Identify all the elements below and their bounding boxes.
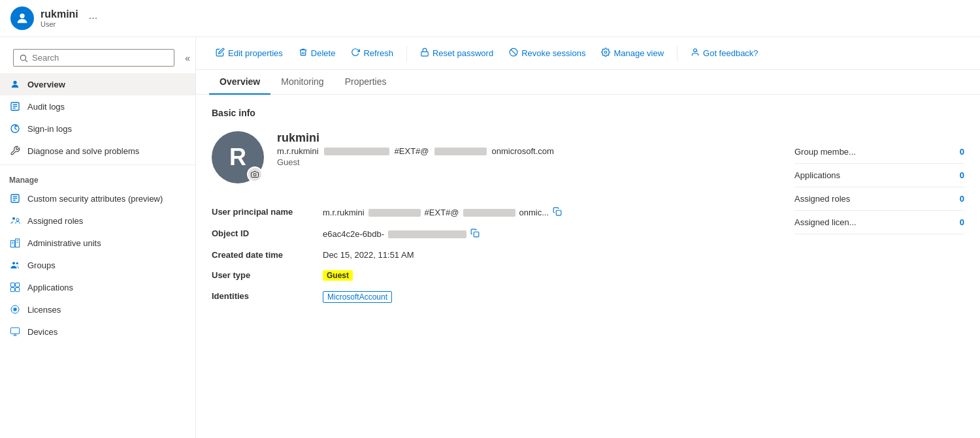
- sidebar-item-assigned-roles[interactable]: Assigned roles: [0, 210, 195, 232]
- summary-group-memberships: Group membe... 0: [794, 140, 964, 164]
- email-redacted-1: [324, 148, 389, 155]
- refresh-button[interactable]: Refresh: [344, 44, 400, 63]
- reset-password-button[interactable]: Reset password: [414, 44, 500, 63]
- sidebar-item-audit-logs[interactable]: Audit logs: [0, 95, 195, 117]
- custom-security-icon: [9, 193, 21, 204]
- header-userrole: User: [41, 20, 78, 28]
- summary-licenses-count[interactable]: 0: [960, 217, 964, 227]
- sidebar-item-signin-logs[interactable]: Sign-in logs: [0, 117, 195, 140]
- upn-label: User principal name: [212, 202, 323, 223]
- sidebar-item-label-groups: Groups: [27, 260, 56, 270]
- manage-view-button[interactable]: Manage view: [595, 44, 670, 63]
- svg-point-22: [16, 262, 18, 264]
- svg-rect-38: [556, 210, 561, 215]
- feedback-icon: [691, 48, 700, 59]
- basic-info-section: Basic info R: [212, 108, 768, 308]
- applications-icon: [9, 281, 21, 293]
- svg-point-1: [20, 55, 25, 60]
- summary-group-label: Group membe...: [794, 147, 856, 157]
- sidebar-item-diagnose[interactable]: Diagnose and solve problems: [0, 140, 195, 162]
- user-display-name: rukmini: [277, 131, 554, 145]
- summary-roles-label: Assigned roles: [794, 194, 850, 204]
- toolbar-divider-1: [406, 46, 407, 61]
- properties-table: User principal name m.r.rukmini#EXT#@onm…: [212, 202, 768, 308]
- summary-licenses-label: Assigned licen...: [794, 217, 857, 227]
- sidebar-item-label-signin: Sign-in logs: [27, 124, 72, 134]
- summary-assigned-licenses: Assigned licen... 0: [794, 211, 964, 234]
- svg-point-14: [16, 219, 19, 221]
- main-layout: « Overview Audit logs Sign-in logs Dia: [0, 37, 980, 438]
- user-type-row: User type Guest: [212, 265, 768, 286]
- top-header: rukmini User ···: [0, 0, 980, 37]
- svg-rect-39: [474, 232, 479, 237]
- svg-rect-29: [10, 328, 19, 334]
- revoke-sessions-icon: [509, 48, 518, 59]
- search-box[interactable]: [13, 49, 174, 67]
- sidebar-item-label-licenses: Licenses: [27, 305, 61, 315]
- toolbar: Edit properties Delete Refresh Reset pas: [196, 37, 980, 70]
- upn-value: m.r.rukmini#EXT#@onmic...: [323, 202, 768, 223]
- header-user-info: rukmini User: [41, 8, 78, 28]
- sidebar: « Overview Audit logs Sign-in logs Dia: [0, 37, 196, 438]
- user-type-display: Guest: [277, 157, 554, 167]
- svg-point-21: [12, 262, 15, 264]
- summary-roles-count[interactable]: 0: [960, 194, 964, 204]
- assigned-roles-icon: [9, 215, 21, 227]
- edit-properties-button[interactable]: Edit properties: [209, 44, 289, 63]
- content-area: Edit properties Delete Refresh Reset pas: [196, 37, 980, 438]
- tab-overview[interactable]: Overview: [209, 70, 270, 95]
- sidebar-item-overview[interactable]: Overview: [0, 73, 195, 95]
- svg-line-2: [25, 59, 27, 61]
- collapse-sidebar-button[interactable]: «: [185, 53, 190, 63]
- summary-applications-label: Applications: [794, 170, 840, 180]
- identities-label: Identities: [212, 286, 323, 308]
- summary-applications: Applications 0: [794, 164, 964, 187]
- sidebar-item-groups[interactable]: Groups: [0, 254, 195, 276]
- camera-button[interactable]: [247, 166, 263, 182]
- revoke-sessions-button[interactable]: Revoke sessions: [502, 44, 592, 63]
- upn-redacted-2: [463, 209, 515, 217]
- tab-monitoring[interactable]: Monitoring: [270, 70, 334, 95]
- object-id-copy-icon[interactable]: [470, 228, 480, 240]
- svg-point-37: [253, 174, 256, 176]
- ellipsis-button[interactable]: ···: [89, 12, 97, 24]
- upn-copy-icon[interactable]: [553, 207, 562, 218]
- licenses-icon: [9, 304, 21, 315]
- sidebar-item-label-audit: Audit logs: [27, 102, 65, 112]
- search-input[interactable]: [32, 53, 169, 63]
- diagnose-icon: [9, 145, 21, 157]
- sidebar-item-admin-units[interactable]: Administrative units: [0, 232, 195, 254]
- object-id-value: e6ac4c2e-6bdb-: [323, 223, 768, 245]
- delete-button[interactable]: Delete: [292, 44, 342, 63]
- identities-value-cell: MicrosoftAccount: [323, 286, 768, 308]
- summary-applications-count[interactable]: 0: [960, 170, 964, 180]
- got-feedback-button[interactable]: Got feedback?: [684, 44, 765, 63]
- sidebar-item-licenses[interactable]: Licenses: [0, 298, 195, 321]
- audit-logs-icon: [9, 101, 21, 112]
- refresh-icon: [351, 48, 360, 59]
- user-type-value-cell: Guest: [323, 265, 768, 286]
- svg-rect-25: [10, 288, 14, 292]
- created-value: Dec 15, 2022, 11:51 AM: [323, 245, 768, 265]
- devices-icon: [9, 326, 21, 337]
- sidebar-item-devices[interactable]: Devices: [0, 321, 195, 343]
- guest-badge: Guest: [323, 270, 353, 281]
- basic-info-title: Basic info: [212, 108, 768, 118]
- sidebar-item-label-applications: Applications: [27, 283, 73, 292]
- svg-rect-16: [16, 239, 20, 247]
- svg-point-35: [605, 51, 608, 54]
- svg-point-3: [13, 81, 16, 84]
- header-avatar: [10, 7, 34, 30]
- object-id-label: Object ID: [212, 223, 323, 245]
- sidebar-item-custom-security[interactable]: Custom security attributes (preview): [0, 187, 195, 210]
- avatar-container: R: [212, 131, 264, 183]
- edit-icon: [216, 48, 225, 59]
- sidebar-item-applications[interactable]: Applications: [0, 276, 195, 298]
- ms-account-badge[interactable]: MicrosoftAccount: [323, 291, 392, 303]
- search-icon: [19, 54, 28, 63]
- reset-password-icon: [420, 48, 429, 59]
- user-details: rukmini m.r.rukmini#EXT#@onmicrosoft.com…: [277, 131, 554, 167]
- summary-group-count[interactable]: 0: [960, 147, 964, 157]
- user-type-label: User type: [212, 265, 323, 286]
- tab-properties[interactable]: Properties: [335, 70, 397, 95]
